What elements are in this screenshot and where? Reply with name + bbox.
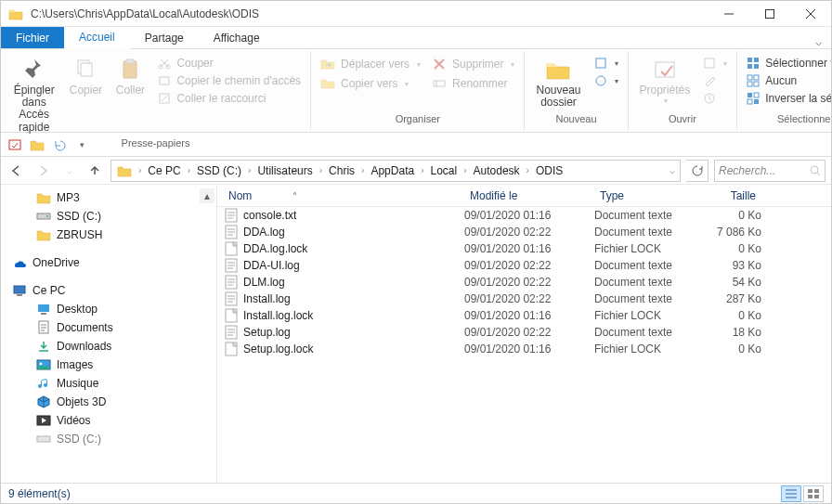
maximize-button[interactable]	[749, 1, 790, 27]
nav-item-ssd2[interactable]: SSD (C:)	[1, 430, 216, 448]
date-header[interactable]: Modifié le	[464, 189, 594, 202]
history-button[interactable]	[701, 90, 729, 107]
file-row[interactable]: DDA.log09/01/2020 02:22Document texte7 0…	[217, 224, 831, 240]
close-button[interactable]	[790, 1, 831, 27]
svg-point-37	[40, 363, 43, 366]
file-row[interactable]: Setup.log.lock09/01/2020 01:16Fichier LO…	[217, 341, 831, 357]
new-group-label: Nouveau	[528, 113, 623, 128]
file-tab[interactable]: Fichier	[1, 27, 64, 48]
view-tab[interactable]: Affichage	[199, 27, 275, 48]
nav-item-mp3[interactable]: MP3	[1, 188, 216, 207]
nav-item-zbrush[interactable]: ZBRUSH	[1, 226, 216, 244]
breadcrumb[interactable]: › Ce PC› SSD (C:)› Utilisateurs› Chris› …	[110, 160, 681, 182]
objects3d-icon	[36, 394, 51, 409]
svg-point-28	[811, 166, 818, 174]
qat-undo-icon[interactable]	[51, 136, 68, 153]
qat-new-folder-icon[interactable]	[29, 136, 46, 153]
open-icon	[703, 57, 716, 70]
file-row[interactable]: DDA-UI.log09/01/2020 02:22Document texte…	[217, 257, 831, 274]
scroll-up-button[interactable]: ▴	[200, 188, 214, 203]
invert-icon	[747, 92, 760, 105]
chevron-down-icon[interactable]: ⌵	[667, 165, 678, 175]
collapse-ribbon-button[interactable]: ⌵	[805, 35, 831, 48]
paste-button[interactable]: Coller	[108, 53, 152, 100]
copy-path-button[interactable]: Copier le chemin d'accès	[156, 72, 303, 89]
file-row[interactable]: DLM.log09/01/2020 02:22Document texte54 …	[217, 274, 831, 291]
file-row[interactable]: Setup.log09/01/2020 02:22Document texte1…	[217, 324, 831, 341]
new-item-button[interactable]: ▾	[592, 55, 620, 71]
nav-item-videos[interactable]: Vidéos	[1, 411, 216, 430]
details-view-button[interactable]	[781, 485, 801, 502]
nav-item-thispc[interactable]: Ce PC	[1, 281, 216, 300]
edit-button[interactable]	[701, 72, 729, 89]
rename-button[interactable]: Renommer	[430, 74, 516, 93]
nav-item-ssd[interactable]: SSD (C:)	[1, 207, 216, 226]
search-icon	[810, 165, 821, 176]
breadcrumb-item[interactable]: Ce PC	[144, 164, 184, 177]
up-button[interactable]	[84, 161, 105, 181]
cut-button[interactable]: Couper	[156, 55, 303, 71]
nav-item-downloads[interactable]: Downloads	[1, 337, 216, 355]
file-row[interactable]: console.txt09/01/2020 01:16Document text…	[217, 207, 831, 224]
size-header[interactable]: Taille	[706, 189, 761, 202]
new-folder-button[interactable]: Nouveau dossier	[528, 53, 588, 112]
easy-access-button[interactable]: ▾	[592, 72, 620, 89]
breadcrumb-item[interactable]: Local	[426, 164, 461, 177]
breadcrumb-item[interactable]: Chris	[325, 164, 358, 177]
nav-item-images[interactable]: Images	[1, 355, 216, 374]
breadcrumb-item[interactable]: AppData	[367, 164, 418, 177]
forward-button[interactable]	[32, 161, 53, 181]
type-header[interactable]: Type	[594, 189, 706, 202]
qat-properties-icon[interactable]	[6, 136, 23, 153]
file-icon	[223, 208, 240, 223]
open-button[interactable]: ▾	[701, 55, 729, 71]
file-rows[interactable]: console.txt09/01/2020 01:16Document text…	[217, 207, 831, 483]
breadcrumb-item[interactable]: SSD (C:)	[193, 164, 245, 177]
nav-item-3dobjects[interactable]: Objets 3D	[1, 393, 216, 411]
minimize-button[interactable]	[708, 1, 749, 27]
file-row[interactable]: Install.log09/01/2020 02:22Document text…	[217, 291, 831, 307]
invert-selection-button[interactable]: Inverser la sélection	[745, 90, 832, 107]
large-icons-view-button[interactable]	[803, 485, 824, 502]
folder-icon	[6, 5, 25, 23]
refresh-button[interactable]	[686, 160, 708, 182]
file-size: 0 Ko	[706, 242, 761, 255]
file-icon	[223, 225, 240, 239]
file-size: 0 Ko	[706, 309, 761, 322]
paste-shortcut-button[interactable]: Coller le raccourci	[156, 90, 303, 107]
select-none-button[interactable]: Aucun	[745, 72, 832, 89]
file-date: 09/01/2020 02:22	[464, 292, 594, 305]
nav-item-desktop[interactable]: Desktop	[1, 300, 216, 318]
select-all-button[interactable]: Sélectionner tout	[745, 55, 832, 71]
window-title: C:\Users\Chris\AppData\Local\Autodesk\OD…	[31, 7, 708, 20]
drive-icon	[36, 209, 51, 224]
search-input[interactable]: Recherch...	[714, 160, 826, 182]
nav-item-onedrive[interactable]: OneDrive	[1, 253, 216, 272]
pin-button[interactable]: Épingler dans Accès rapide	[5, 53, 63, 137]
moveto-icon	[320, 57, 335, 71]
file-row[interactable]: DDA.log.lock09/01/2020 01:16Fichier LOCK…	[217, 240, 831, 257]
scissors-icon	[158, 57, 171, 70]
breadcrumb-item[interactable]: ODIS	[532, 164, 566, 177]
copy-button[interactable]: Copier	[63, 53, 108, 100]
home-tab[interactable]: Accueil	[64, 26, 130, 49]
recent-dropdown[interactable]: ⌵	[58, 161, 79, 181]
delete-button[interactable]: Supprimer▾	[430, 55, 516, 73]
delete-icon	[432, 57, 447, 71]
navigation-pane[interactable]: ▴ MP3 SSD (C:) ZBRUSH OneDrive Ce PC Des…	[1, 185, 217, 483]
name-header[interactable]: Nom ˄	[223, 189, 464, 202]
share-tab[interactable]: Partage	[130, 27, 199, 48]
ribbon: Épingler dans Accès rapide Copier Coller…	[1, 49, 831, 133]
copy-to-button[interactable]: Copier vers▾	[318, 74, 422, 93]
move-to-button[interactable]: Déplacer vers▾	[318, 55, 422, 73]
file-type: Document texte	[594, 209, 706, 222]
back-button[interactable]	[6, 161, 27, 181]
properties-button[interactable]: Propriétés ▾	[632, 53, 698, 109]
file-row[interactable]: Install.log.lock09/01/2020 01:16Fichier …	[217, 307, 831, 324]
file-date: 09/01/2020 01:16	[464, 342, 594, 355]
qat-customize-icon[interactable]: ▾	[73, 136, 90, 153]
breadcrumb-item[interactable]: Utilisateurs	[254, 164, 316, 177]
breadcrumb-item[interactable]: Autodesk	[470, 164, 524, 177]
nav-item-music[interactable]: Musique	[1, 374, 216, 393]
nav-item-documents[interactable]: Documents	[1, 318, 216, 337]
